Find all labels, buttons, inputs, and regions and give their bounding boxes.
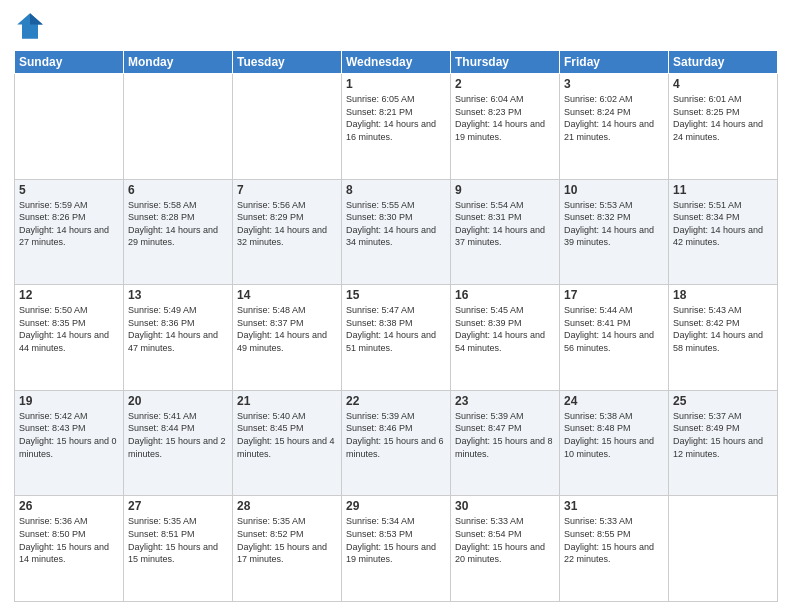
- day-info: Sunrise: 5:51 AM Sunset: 8:34 PM Dayligh…: [673, 199, 773, 249]
- day-number: 11: [673, 183, 773, 197]
- calendar-cell: 17Sunrise: 5:44 AM Sunset: 8:41 PM Dayli…: [560, 285, 669, 391]
- day-number: 24: [564, 394, 664, 408]
- day-number: 10: [564, 183, 664, 197]
- weekday-header: Monday: [124, 51, 233, 74]
- calendar-cell: 4Sunrise: 6:01 AM Sunset: 8:25 PM Daylig…: [669, 74, 778, 180]
- day-number: 25: [673, 394, 773, 408]
- calendar-cell: 27Sunrise: 5:35 AM Sunset: 8:51 PM Dayli…: [124, 496, 233, 602]
- day-info: Sunrise: 5:33 AM Sunset: 8:54 PM Dayligh…: [455, 515, 555, 565]
- calendar-cell: 8Sunrise: 5:55 AM Sunset: 8:30 PM Daylig…: [342, 179, 451, 285]
- weekday-header: Friday: [560, 51, 669, 74]
- day-number: 18: [673, 288, 773, 302]
- calendar-cell: 20Sunrise: 5:41 AM Sunset: 8:44 PM Dayli…: [124, 390, 233, 496]
- day-number: 20: [128, 394, 228, 408]
- weekday-header: Wednesday: [342, 51, 451, 74]
- calendar: SundayMondayTuesdayWednesdayThursdayFrid…: [14, 50, 778, 602]
- day-number: 13: [128, 288, 228, 302]
- calendar-cell: 2Sunrise: 6:04 AM Sunset: 8:23 PM Daylig…: [451, 74, 560, 180]
- day-number: 5: [19, 183, 119, 197]
- day-info: Sunrise: 6:01 AM Sunset: 8:25 PM Dayligh…: [673, 93, 773, 143]
- day-number: 3: [564, 77, 664, 91]
- day-info: Sunrise: 5:34 AM Sunset: 8:53 PM Dayligh…: [346, 515, 446, 565]
- day-info: Sunrise: 5:36 AM Sunset: 8:50 PM Dayligh…: [19, 515, 119, 565]
- header: [14, 10, 778, 42]
- calendar-cell: 10Sunrise: 5:53 AM Sunset: 8:32 PM Dayli…: [560, 179, 669, 285]
- day-info: Sunrise: 5:47 AM Sunset: 8:38 PM Dayligh…: [346, 304, 446, 354]
- calendar-cell: 5Sunrise: 5:59 AM Sunset: 8:26 PM Daylig…: [15, 179, 124, 285]
- day-number: 9: [455, 183, 555, 197]
- day-info: Sunrise: 5:41 AM Sunset: 8:44 PM Dayligh…: [128, 410, 228, 460]
- day-info: Sunrise: 5:44 AM Sunset: 8:41 PM Dayligh…: [564, 304, 664, 354]
- day-number: 29: [346, 499, 446, 513]
- calendar-week: 12Sunrise: 5:50 AM Sunset: 8:35 PM Dayli…: [15, 285, 778, 391]
- day-number: 12: [19, 288, 119, 302]
- day-number: 8: [346, 183, 446, 197]
- calendar-cell: 1Sunrise: 6:05 AM Sunset: 8:21 PM Daylig…: [342, 74, 451, 180]
- weekday-header: Thursday: [451, 51, 560, 74]
- day-number: 19: [19, 394, 119, 408]
- calendar-week: 26Sunrise: 5:36 AM Sunset: 8:50 PM Dayli…: [15, 496, 778, 602]
- calendar-cell: 7Sunrise: 5:56 AM Sunset: 8:29 PM Daylig…: [233, 179, 342, 285]
- logo-icon: [14, 10, 46, 42]
- day-number: 14: [237, 288, 337, 302]
- day-info: Sunrise: 5:54 AM Sunset: 8:31 PM Dayligh…: [455, 199, 555, 249]
- calendar-header: SundayMondayTuesdayWednesdayThursdayFrid…: [15, 51, 778, 74]
- day-number: 1: [346, 77, 446, 91]
- calendar-cell: 9Sunrise: 5:54 AM Sunset: 8:31 PM Daylig…: [451, 179, 560, 285]
- day-info: Sunrise: 5:37 AM Sunset: 8:49 PM Dayligh…: [673, 410, 773, 460]
- day-number: 31: [564, 499, 664, 513]
- calendar-cell: [669, 496, 778, 602]
- day-info: Sunrise: 5:56 AM Sunset: 8:29 PM Dayligh…: [237, 199, 337, 249]
- day-info: Sunrise: 5:35 AM Sunset: 8:52 PM Dayligh…: [237, 515, 337, 565]
- calendar-week: 5Sunrise: 5:59 AM Sunset: 8:26 PM Daylig…: [15, 179, 778, 285]
- day-info: Sunrise: 5:35 AM Sunset: 8:51 PM Dayligh…: [128, 515, 228, 565]
- day-number: 27: [128, 499, 228, 513]
- weekday-header: Sunday: [15, 51, 124, 74]
- calendar-cell: 3Sunrise: 6:02 AM Sunset: 8:24 PM Daylig…: [560, 74, 669, 180]
- calendar-cell: 23Sunrise: 5:39 AM Sunset: 8:47 PM Dayli…: [451, 390, 560, 496]
- calendar-cell: 22Sunrise: 5:39 AM Sunset: 8:46 PM Dayli…: [342, 390, 451, 496]
- day-number: 23: [455, 394, 555, 408]
- calendar-cell: [233, 74, 342, 180]
- calendar-cell: 13Sunrise: 5:49 AM Sunset: 8:36 PM Dayli…: [124, 285, 233, 391]
- day-number: 30: [455, 499, 555, 513]
- day-number: 21: [237, 394, 337, 408]
- day-number: 28: [237, 499, 337, 513]
- day-number: 6: [128, 183, 228, 197]
- calendar-cell: 14Sunrise: 5:48 AM Sunset: 8:37 PM Dayli…: [233, 285, 342, 391]
- calendar-cell: 15Sunrise: 5:47 AM Sunset: 8:38 PM Dayli…: [342, 285, 451, 391]
- day-number: 22: [346, 394, 446, 408]
- logo: [14, 10, 50, 42]
- calendar-cell: 24Sunrise: 5:38 AM Sunset: 8:48 PM Dayli…: [560, 390, 669, 496]
- calendar-cell: 16Sunrise: 5:45 AM Sunset: 8:39 PM Dayli…: [451, 285, 560, 391]
- calendar-cell: [15, 74, 124, 180]
- svg-marker-1: [30, 13, 43, 24]
- calendar-cell: 31Sunrise: 5:33 AM Sunset: 8:55 PM Dayli…: [560, 496, 669, 602]
- weekday-row: SundayMondayTuesdayWednesdayThursdayFrid…: [15, 51, 778, 74]
- day-info: Sunrise: 5:53 AM Sunset: 8:32 PM Dayligh…: [564, 199, 664, 249]
- page: SundayMondayTuesdayWednesdayThursdayFrid…: [0, 0, 792, 612]
- calendar-cell: 6Sunrise: 5:58 AM Sunset: 8:28 PM Daylig…: [124, 179, 233, 285]
- day-number: 26: [19, 499, 119, 513]
- calendar-body: 1Sunrise: 6:05 AM Sunset: 8:21 PM Daylig…: [15, 74, 778, 602]
- calendar-week: 19Sunrise: 5:42 AM Sunset: 8:43 PM Dayli…: [15, 390, 778, 496]
- day-info: Sunrise: 5:48 AM Sunset: 8:37 PM Dayligh…: [237, 304, 337, 354]
- calendar-cell: 12Sunrise: 5:50 AM Sunset: 8:35 PM Dayli…: [15, 285, 124, 391]
- day-info: Sunrise: 6:04 AM Sunset: 8:23 PM Dayligh…: [455, 93, 555, 143]
- calendar-cell: 21Sunrise: 5:40 AM Sunset: 8:45 PM Dayli…: [233, 390, 342, 496]
- day-info: Sunrise: 5:59 AM Sunset: 8:26 PM Dayligh…: [19, 199, 119, 249]
- day-info: Sunrise: 5:55 AM Sunset: 8:30 PM Dayligh…: [346, 199, 446, 249]
- day-number: 16: [455, 288, 555, 302]
- day-info: Sunrise: 5:40 AM Sunset: 8:45 PM Dayligh…: [237, 410, 337, 460]
- day-number: 2: [455, 77, 555, 91]
- day-number: 15: [346, 288, 446, 302]
- day-number: 4: [673, 77, 773, 91]
- day-info: Sunrise: 5:39 AM Sunset: 8:47 PM Dayligh…: [455, 410, 555, 460]
- calendar-cell: 19Sunrise: 5:42 AM Sunset: 8:43 PM Dayli…: [15, 390, 124, 496]
- calendar-cell: [124, 74, 233, 180]
- calendar-cell: 26Sunrise: 5:36 AM Sunset: 8:50 PM Dayli…: [15, 496, 124, 602]
- day-info: Sunrise: 6:02 AM Sunset: 8:24 PM Dayligh…: [564, 93, 664, 143]
- day-info: Sunrise: 6:05 AM Sunset: 8:21 PM Dayligh…: [346, 93, 446, 143]
- day-info: Sunrise: 5:38 AM Sunset: 8:48 PM Dayligh…: [564, 410, 664, 460]
- day-info: Sunrise: 5:43 AM Sunset: 8:42 PM Dayligh…: [673, 304, 773, 354]
